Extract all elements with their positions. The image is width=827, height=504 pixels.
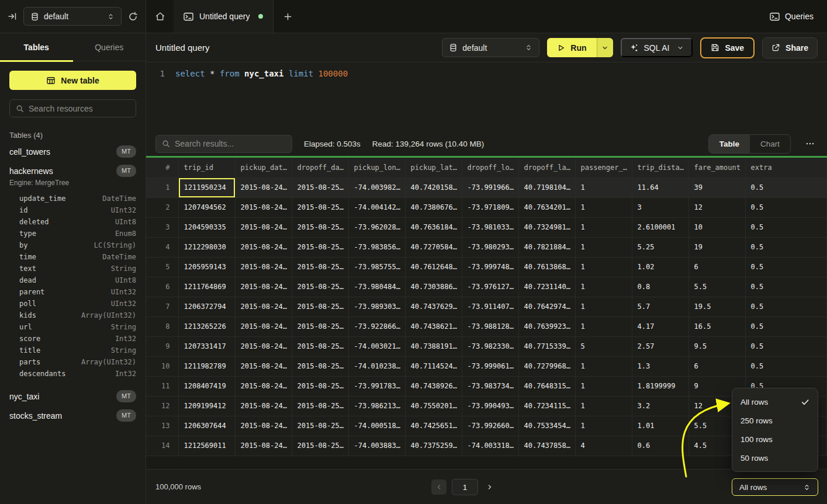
table-cell[interactable]: 1	[575, 197, 632, 217]
table-cell[interactable]: 0.5	[745, 277, 827, 297]
table-cell[interactable]: 0.5	[745, 197, 827, 217]
table-cell[interactable]: -73.989303…	[348, 297, 405, 317]
table-cell[interactable]: -74.010238…	[348, 356, 405, 376]
table-cell[interactable]: 9.5	[688, 336, 745, 356]
table-cell[interactable]: -74.003021…	[348, 336, 405, 356]
table-cell[interactable]: 0.5	[745, 237, 827, 257]
table-cell[interactable]: 0.5	[745, 178, 827, 197]
table-cell[interactable]: 0.5	[745, 356, 827, 376]
share-button[interactable]: Share	[762, 37, 818, 58]
table-cell[interactable]: -73.922866…	[348, 317, 405, 336]
table-cell[interactable]: 40.7718086…	[518, 456, 575, 456]
table-cell[interactable]: 1206307644	[178, 416, 235, 436]
table-cell[interactable]: 0.5	[745, 317, 827, 336]
table-cell[interactable]: -74.003883…	[348, 436, 405, 456]
table-cell[interactable]: 1207331417	[178, 336, 235, 356]
table-cell[interactable]: 2015-08-24…	[235, 356, 292, 376]
table-cell[interactable]: 40.7636184…	[405, 217, 462, 237]
column-header[interactable]: trip_id	[178, 158, 235, 178]
table-cell[interactable]: 2015-08-24…	[235, 456, 292, 456]
table-cell[interactable]: 0.5	[745, 257, 827, 277]
column-row[interactable]: timeDateTime	[9, 251, 136, 263]
table-cell[interactable]: 2015-08-24…	[235, 237, 292, 257]
table-cell[interactable]: -73.991783…	[348, 376, 405, 396]
column-row[interactable]: partsArray(UInt32)	[9, 356, 136, 368]
table-cell[interactable]: 16.5	[688, 317, 745, 336]
database-selector[interactable]: default	[23, 7, 122, 26]
table-cell[interactable]: -73.999748…	[462, 257, 518, 277]
table-cell[interactable]: 2.57	[632, 336, 688, 356]
column-row[interactable]: pollUInt32	[9, 298, 136, 310]
new-tab-button[interactable]	[274, 0, 302, 33]
table-cell[interactable]: 1212569011	[178, 436, 235, 456]
table-cell[interactable]: 5.25	[632, 237, 688, 257]
table-cell[interactable]: -73.982330…	[462, 336, 518, 356]
table-cell[interactable]: 40.7231140…	[518, 277, 575, 297]
table-cell[interactable]: 1	[575, 317, 632, 336]
table-cell[interactable]: 40.7612648…	[405, 257, 462, 277]
table-cell[interactable]: 0.6	[632, 436, 688, 456]
table-cell[interactable]: -73.980293…	[462, 237, 518, 257]
table-cell[interactable]: 2015-08-24…	[235, 257, 292, 277]
refresh-button[interactable]	[128, 12, 138, 22]
column-header[interactable]: dropoff_da…	[292, 158, 348, 178]
table-cell[interactable]: 5	[575, 336, 632, 356]
more-options-button[interactable]	[802, 139, 818, 148]
column-header[interactable]: trip_dista…	[632, 158, 688, 178]
table-cell[interactable]: 2015-08-25…	[292, 436, 348, 456]
table-cell[interactable]: 2015-08-24…	[235, 396, 292, 416]
table-cell[interactable]: 2015-08-25…	[292, 356, 348, 376]
table-cell[interactable]: 4	[575, 436, 632, 456]
sidebar-tab-tables[interactable]: Tables	[0, 33, 73, 61]
column-header[interactable]: pickup_dat…	[235, 158, 292, 178]
table-cell[interactable]: 1.8199999	[632, 376, 688, 396]
column-header[interactable]: pickup_lat…	[405, 158, 462, 178]
table-cell[interactable]: 1	[575, 396, 632, 416]
view-tab-table[interactable]: Table	[709, 135, 750, 153]
home-button[interactable]	[146, 0, 174, 33]
sidebar-table-nyc-taxi[interactable]: nyc_taxi MT	[9, 387, 136, 406]
next-page-button[interactable]	[483, 479, 496, 495]
table-cell[interactable]: 2015-08-24…	[235, 178, 292, 197]
table-cell[interactable]: 40.7437858…	[518, 436, 575, 456]
run-button[interactable]: Run	[547, 38, 596, 57]
table-cell[interactable]: 1	[575, 217, 632, 237]
table-cell[interactable]: 19	[688, 237, 745, 257]
column-row[interactable]: byLC(String)	[9, 239, 136, 251]
table-cell[interactable]: 5.5	[688, 277, 745, 297]
table-cell[interactable]: 40.7420158…	[405, 178, 462, 197]
table-cell[interactable]: 1.7	[632, 456, 688, 456]
menu-item-all-rows[interactable]: All rows	[732, 392, 818, 411]
table-cell[interactable]: -73.991966…	[462, 178, 518, 197]
queries-button[interactable]: Queries	[756, 0, 827, 33]
previous-page-button[interactable]	[431, 479, 447, 495]
table-cell[interactable]: 2015-08-25…	[292, 456, 348, 456]
table-cell[interactable]: 2015-08-24…	[235, 217, 292, 237]
table-cell[interactable]: -74.004142…	[348, 197, 405, 217]
column-row[interactable]: deletedUInt8	[9, 216, 136, 228]
table-cell[interactable]: 40.7324981…	[518, 217, 575, 237]
sql-editor[interactable]: 1 select * from nyc_taxi limit 100000	[146, 62, 827, 131]
save-button[interactable]: Save	[700, 37, 755, 58]
table-cell[interactable]: -73.983734…	[462, 376, 518, 396]
table-cell[interactable]: -73.971809…	[462, 197, 518, 217]
table-cell[interactable]: 40.7715339…	[518, 336, 575, 356]
results-search[interactable]	[155, 135, 292, 153]
table-cell[interactable]: -73.980484…	[348, 277, 405, 297]
table-cell[interactable]: 3.2	[632, 396, 688, 416]
table-cell[interactable]: 40.7270584…	[405, 237, 462, 257]
column-row[interactable]: kidsArray(UInt32)	[9, 310, 136, 321]
table-cell[interactable]: -73.981033…	[462, 217, 518, 237]
table-cell[interactable]: 40.7279968…	[518, 356, 575, 376]
new-table-button[interactable]: New table	[9, 71, 136, 90]
table-cell[interactable]: -74.000518…	[348, 416, 405, 436]
table-cell[interactable]: 40.7634201…	[518, 197, 575, 217]
table-cell[interactable]: 6	[688, 257, 745, 277]
table-cell[interactable]: 40.7198104…	[518, 178, 575, 197]
table-cell[interactable]: 1212298030	[178, 237, 235, 257]
sql-ai-button[interactable]: SQL AI	[621, 38, 693, 57]
table-cell[interactable]: 1	[575, 178, 632, 197]
table-cell[interactable]: 2015-08-24…	[235, 376, 292, 396]
table-cell[interactable]: 40.7425651…	[405, 416, 462, 436]
menu-item-250-rows[interactable]: 250 rows	[732, 411, 818, 430]
